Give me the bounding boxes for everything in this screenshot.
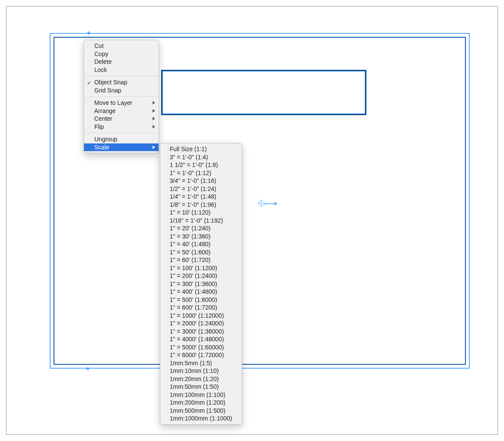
scale-option-label: 1mm:100mm (1:100) — [170, 391, 225, 399]
scale-option-label: 1mm:10mm (1:10) — [170, 367, 219, 375]
scale-option[interactable]: 1" = 50' (1:600) — [160, 248, 242, 256]
menu-label: Move to Layer — [94, 99, 132, 107]
scale-option-label: 1" = 4000' (1:48000) — [170, 335, 224, 343]
scale-option[interactable]: 1" = 400' (1:4800) — [160, 288, 242, 296]
menu-item-object-snap[interactable]: ✓Object Snap — [84, 78, 159, 86]
menu-label: Copy — [94, 50, 108, 58]
menu-item-copy[interactable]: Copy — [84, 50, 159, 58]
scale-option[interactable]: 1" = 5000' (1:60000) — [160, 343, 242, 352]
scale-option[interactable]: 1" = 100' (1:1200) — [160, 264, 242, 272]
menu-item-ungroup[interactable]: Ungroup — [84, 135, 159, 143]
scale-option-label: 1" = 500' (1:6000) — [170, 296, 217, 304]
checkmark-icon: ✓ — [87, 79, 91, 87]
scale-option-label: 1" = 5000' (1:60000) — [170, 343, 224, 351]
scale-option[interactable]: 1mm:200mm (1:200) — [160, 399, 242, 407]
crosshair-icon — [258, 200, 264, 206]
menu-label: Lock — [94, 66, 107, 74]
menu-label: Ungroup — [94, 135, 117, 143]
scale-option-label: 3" = 1'-0" (1:4) — [170, 153, 208, 161]
scale-option[interactable]: 1" = 2000' (1:24000) — [160, 319, 242, 328]
menu-label: Object Snap — [94, 78, 127, 86]
scale-option-label: 1mm:20mm (1:20) — [170, 375, 219, 383]
scale-option[interactable]: 1" = 1000' (1:12000) — [160, 312, 242, 320]
scale-option[interactable]: 1/2" = 1'-0" (1:24) — [160, 185, 242, 193]
menu-label: Delete — [94, 58, 111, 66]
drawing-canvas[interactable]: Cut Copy Delete Lock ✓Object Snap Grid S… — [6, 6, 498, 434]
submenu-arrow-icon — [153, 109, 155, 113]
scale-option-label: 3/4" = 1'-0" (1:16) — [170, 177, 216, 185]
scale-option[interactable]: 1" = 4000' (1:48000) — [160, 335, 242, 343]
scale-option[interactable]: 1" = 60' (1:720) — [160, 256, 242, 264]
menu-label: Cut — [94, 42, 104, 50]
app-viewport: Cut Copy Delete Lock ✓Object Snap Grid S… — [6, 6, 498, 435]
menu-item-grid-snap[interactable]: Grid Snap — [84, 86, 159, 95]
scale-option-label: 1" = 1'-0" (1:12) — [170, 169, 211, 177]
scale-option[interactable]: 1mm:500mm (1:500) — [160, 407, 242, 415]
scale-option[interactable]: 1mm:5mm (1:5) — [160, 359, 242, 367]
menu-label: Grid Snap — [94, 86, 121, 94]
menu-label: Scale — [94, 143, 109, 151]
menu-item-arrange[interactable]: Arrange — [84, 107, 159, 115]
menu-separator — [84, 76, 158, 76]
scale-option-label: 1" = 20' (1:240) — [170, 224, 210, 232]
scale-option-label: 1" = 10' (1:120) — [170, 209, 210, 216]
scale-option[interactable]: 1" = 10' (1:120) — [160, 209, 242, 217]
menu-item-center[interactable]: Center — [84, 115, 159, 123]
origin-axis-indicator[interactable] — [259, 201, 276, 206]
scale-option[interactable]: Full Size (1:1) — [160, 145, 242, 153]
scale-option[interactable]: 1" = 30' (1:360) — [160, 232, 242, 241]
scale-option-label: 1" = 300' (1:3600) — [170, 280, 217, 288]
axis-endpoint-icon — [274, 202, 277, 205]
menu-item-lock[interactable]: Lock — [84, 66, 159, 74]
scale-option-label: 1" = 100' (1:1200) — [170, 264, 217, 272]
scale-option-label: 1mm:500mm (1:500) — [170, 407, 225, 414]
scale-submenu[interactable]: Full Size (1:1)3" = 1'-0" (1:4)1 1/2" = … — [160, 143, 242, 425]
scale-option-label: Full Size (1:1) — [170, 145, 207, 153]
menu-item-flip[interactable]: Flip — [84, 123, 159, 131]
scale-option[interactable]: 1" = 20' (1:240) — [160, 224, 242, 232]
scale-option-label: 1" = 30' (1:360) — [170, 232, 210, 240]
scale-option-label: 1" = 40' (1:480) — [170, 240, 210, 248]
menu-label: Center — [94, 115, 112, 122]
selection-highlight-small — [162, 71, 365, 114]
scale-option[interactable]: 1" = 200' (1:2400) — [160, 272, 242, 280]
scale-option-label: 1mm:50mm (1:50) — [170, 383, 219, 390]
scale-option[interactable]: 1mm:1000mm (1:1000) — [160, 414, 242, 423]
menu-item-cut[interactable]: Cut — [84, 42, 159, 50]
scale-option-label: 1" = 200' (1:2400) — [170, 272, 217, 280]
scale-option[interactable]: 1mm:20mm (1:20) — [160, 375, 242, 383]
scale-option[interactable]: 1mm:10mm (1:10) — [160, 367, 242, 375]
scale-option[interactable]: 3" = 1'-0" (1:4) — [160, 153, 242, 161]
scale-option-label: 1" = 6000' (1:72000) — [170, 351, 224, 359]
scale-option[interactable]: 1" = 6000' (1:72000) — [160, 351, 242, 359]
scale-option[interactable]: 1 1/2" = 1'-0" (1:8) — [160, 161, 242, 169]
scale-option[interactable]: 1mm:100mm (1:100) — [160, 391, 242, 399]
scale-option-label: 1" = 3000' (1:36000) — [170, 328, 224, 335]
scale-option[interactable]: 1mm:50mm (1:50) — [160, 383, 242, 391]
scale-option[interactable]: 3/4" = 1'-0" (1:16) — [160, 177, 242, 185]
submenu-arrow-icon — [153, 146, 155, 149]
scale-option[interactable]: 1" = 3000' (1:36000) — [160, 328, 242, 336]
menu-item-scale[interactable]: Scale — [84, 143, 159, 152]
scale-option[interactable]: 1" = 300' (1:3600) — [160, 280, 242, 288]
menu-separator — [84, 133, 158, 133]
scale-option-label: 1/16" = 1'-0" (1:192) — [170, 217, 223, 224]
scale-option-label: 1" = 400' (1:4800) — [170, 288, 217, 295]
scale-option[interactable]: 1/4" = 1'-0" (1:48) — [160, 193, 242, 201]
scale-option[interactable]: 1/8" = 1'-0" (1:96) — [160, 201, 242, 209]
menu-separator — [84, 96, 158, 97]
scale-option-label: 1/2" = 1'-0" (1:24) — [170, 185, 216, 193]
menu-item-delete[interactable]: Delete — [84, 58, 159, 66]
scale-option[interactable]: 1/16" = 1'-0" (1:192) — [160, 217, 242, 225]
scale-option-label: 1/4" = 1'-0" (1:48) — [170, 193, 216, 200]
scale-option[interactable]: 1" = 1'-0" (1:12) — [160, 169, 242, 177]
scale-option[interactable]: 1" = 40' (1:480) — [160, 240, 242, 248]
scale-option[interactable]: 1" = 600' (1:7200) — [160, 304, 242, 312]
scale-option[interactable]: 1" = 500' (1:6000) — [160, 296, 242, 304]
menu-item-move-to-layer[interactable]: Move to Layer — [84, 99, 159, 107]
context-menu[interactable]: Cut Copy Delete Lock ✓Object Snap Grid S… — [84, 40, 159, 153]
scale-option-label: 1" = 60' (1:720) — [170, 256, 210, 264]
scale-option-label: 1" = 600' (1:7200) — [170, 304, 217, 311]
submenu-arrow-icon — [153, 117, 155, 120]
submenu-arrow-icon — [153, 125, 155, 128]
